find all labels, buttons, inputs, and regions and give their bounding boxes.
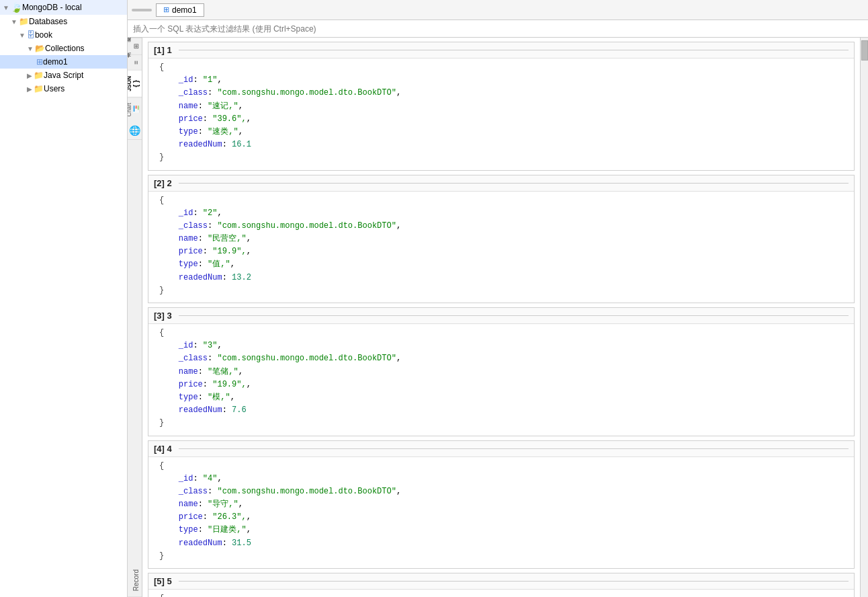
record-header: [1] 1 xyxy=(148,42,854,58)
record-block: [2] 2{ _id: "2", _class: "com.songshu.mo… xyxy=(148,175,855,304)
sidebar-item-label: Databases xyxy=(29,17,67,26)
text-tab[interactable]: ≡文本 xyxy=(128,54,142,70)
record-divider xyxy=(179,581,849,582)
top-bar: ⊞ demo1 xyxy=(128,0,868,20)
sidebar: 🍃 MongoDB - local 📁 Databases 🗄 book 📂 C… xyxy=(0,0,128,597)
record-index: [3] 3 xyxy=(154,311,172,321)
records-area[interactable]: [1] 1{ _id: "1", _class: "com.songshu.mo… xyxy=(142,38,860,597)
record-body: { _id: "2", _class: "com.songshu.mongo.m… xyxy=(148,192,854,303)
users-icon: 📁 xyxy=(34,84,44,93)
sidebar-item-label: Java Script xyxy=(44,71,83,80)
record-body: { _id: "5", _class: "com.songshu.mongo.m… xyxy=(148,590,854,597)
sidebar-item-users[interactable]: 📁 Users xyxy=(0,82,127,95)
sidebar-item-label: demo1 xyxy=(43,57,68,67)
sidebar-item-mongodb[interactable]: 🍃 MongoDB - local xyxy=(0,0,127,15)
record-block: [5] 5{ _id: "5", _class: "com.songshu.mo… xyxy=(148,573,855,597)
record-divider xyxy=(179,50,849,50)
record-index: [2] 2 xyxy=(154,178,172,188)
left-vertical-tabs: ⊞网格 ≡文本 { }JSON 📊Chart 🌐 Record xyxy=(128,38,142,597)
sidebar-item-databases[interactable]: 📁 Databases xyxy=(0,15,127,28)
chart-tab[interactable]: 📊Chart xyxy=(128,97,142,122)
arrow-icon xyxy=(27,85,32,93)
sidebar-item-label: Users xyxy=(44,84,64,93)
record-block: [3] 3{ _id: "3", _class: "com.songshu.mo… xyxy=(148,307,855,436)
tab-label: demo1 xyxy=(172,5,197,15)
record-body: { _id: "3", _class: "com.songshu.mongo.m… xyxy=(148,324,854,436)
sql-filter-input[interactable] xyxy=(133,24,863,34)
demo1-tab[interactable]: ⊞ demo1 xyxy=(156,3,204,17)
main-content: ⊞网格 ≡文本 { }JSON 📊Chart 🌐 Record [1] 1{ _… xyxy=(128,38,868,597)
globe-icon[interactable]: 🌐 xyxy=(128,122,142,140)
record-divider xyxy=(179,315,849,316)
scrollbar-thumb[interactable] xyxy=(861,40,868,61)
main-area: ⊞ demo1 ⊞网格 ≡文本 { }JSON 📊Chart 🌐 Record … xyxy=(128,0,868,597)
json-tab[interactable]: { }JSON xyxy=(128,70,142,97)
db-icon: 🗄 xyxy=(27,30,35,40)
folder-icon: 📁 xyxy=(19,17,29,26)
record-divider xyxy=(179,183,849,184)
drag-handle xyxy=(132,9,152,11)
record-block: [4] 4{ _id: "4", _class: "com.songshu.mo… xyxy=(148,440,855,569)
sidebar-item-label: book xyxy=(35,30,52,40)
record-index: [1] 1 xyxy=(154,45,172,55)
sidebar-item-book[interactable]: 🗄 book xyxy=(0,28,127,42)
record-header: [4] 4 xyxy=(148,441,854,457)
record-block: [1] 1{ _id: "1", _class: "com.songshu.mo… xyxy=(148,42,855,171)
record-header: [5] 5 xyxy=(148,573,854,590)
sidebar-item-javascript[interactable]: 📁 Java Script xyxy=(0,69,127,82)
table-icon: ⊞ xyxy=(163,5,169,14)
record-body: { _id: "4", _class: "com.songshu.mongo.m… xyxy=(148,457,854,569)
sidebar-item-demo1[interactable]: ⊞ demo1 xyxy=(0,55,127,69)
record-header: [3] 3 xyxy=(148,308,854,324)
table-icon: ⊞ xyxy=(36,57,43,67)
sidebar-item-label: MongoDB - local xyxy=(22,3,82,12)
sidebar-item-label: Collections xyxy=(45,44,85,53)
collection-icon: 📂 xyxy=(35,44,45,53)
record-index: [5] 5 xyxy=(154,576,172,586)
record-divider xyxy=(179,448,849,449)
sql-bar xyxy=(128,20,868,38)
arrow-icon xyxy=(27,72,32,79)
record-index: [4] 4 xyxy=(154,444,172,454)
arrow-icon xyxy=(11,18,17,26)
arrow-icon xyxy=(19,32,26,39)
sidebar-item-collections[interactable]: 📂 Collections xyxy=(0,42,127,55)
arrow-icon xyxy=(27,45,34,52)
grid-tab[interactable]: ⊞网格 xyxy=(128,38,142,54)
arrow-icon xyxy=(3,4,9,11)
record-label: Record xyxy=(128,564,142,597)
mongo-icon: 🍃 xyxy=(11,2,22,13)
record-body: { _id: "1", _class: "com.songshu.mongo.m… xyxy=(148,58,854,170)
record-header: [2] 2 xyxy=(148,175,854,192)
js-icon: 📁 xyxy=(34,71,44,80)
right-scrollbar[interactable] xyxy=(860,38,868,597)
